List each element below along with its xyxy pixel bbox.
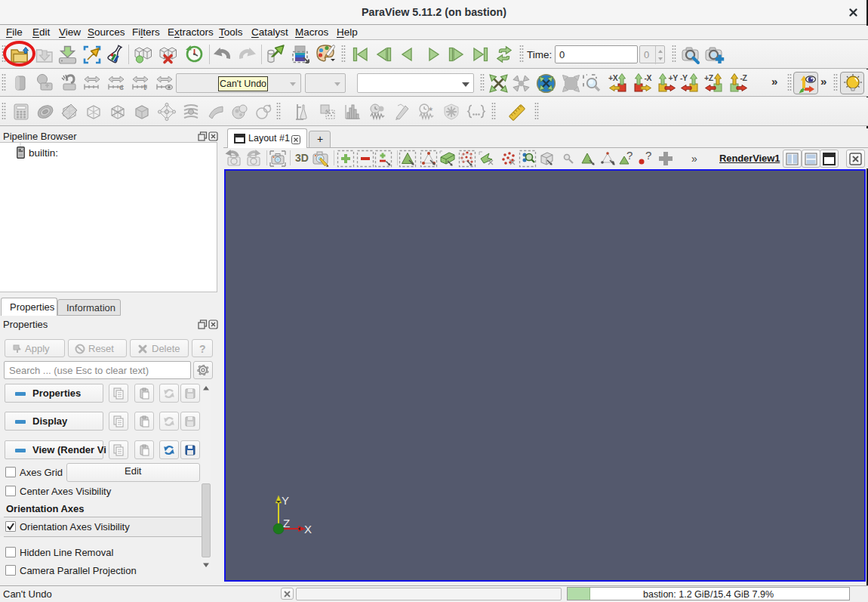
svg-text:-X: -X bbox=[645, 73, 652, 82]
svg-text:Z: Z bbox=[283, 517, 290, 529]
svg-text:+X: +X bbox=[608, 73, 618, 82]
svg-text:?: ? bbox=[626, 149, 633, 162]
svg-text:★: ★ bbox=[428, 106, 433, 113]
svg-text:Y: Y bbox=[282, 494, 289, 507]
svg-text:X: X bbox=[304, 523, 312, 536]
svg-text:c: c bbox=[119, 82, 124, 91]
svg-text:-Z: -Z bbox=[740, 73, 748, 82]
svg-text:-Y: -Y bbox=[680, 73, 688, 82]
svg-text:+Y: +Y bbox=[669, 73, 679, 82]
svg-text:+Z: +Z bbox=[704, 73, 714, 82]
svg-text:?: ? bbox=[645, 149, 651, 162]
svg-text:t: t bbox=[143, 82, 146, 91]
